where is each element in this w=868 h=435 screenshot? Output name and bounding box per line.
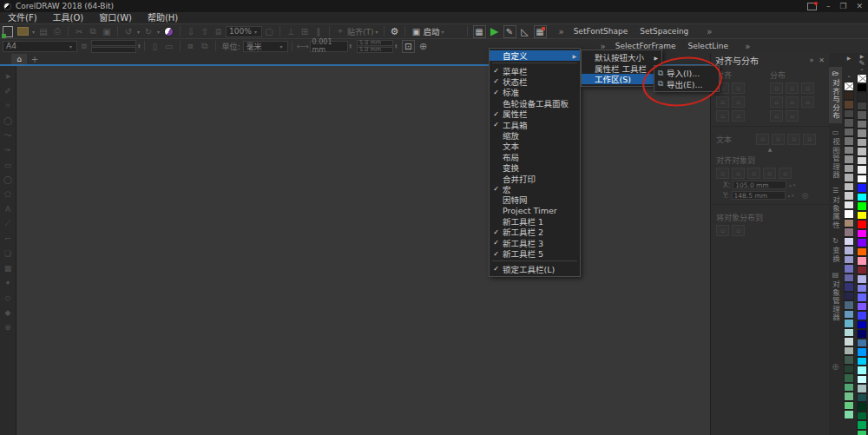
docker-tab-1[interactable]: ▭视图管理器	[829, 126, 842, 182]
specify-point-icon[interactable]: ◎	[802, 191, 809, 200]
menu-item-1[interactable]: 属性栏 工具栏▶	[582, 63, 661, 73]
no-color-swatch[interactable]	[844, 82, 854, 91]
distribute-center-v-icon[interactable]: ▫	[801, 96, 814, 108]
text-baseline-first-icon[interactable]: ▫	[756, 134, 769, 145]
menubar-item-2[interactable]: 窗口(W)	[91, 12, 140, 23]
distribute-bottom-icon[interactable]: ▫	[786, 110, 799, 122]
menu-item-18[interactable]: ✓新工具栏 5	[490, 248, 580, 259]
add-docker-icon[interactable]: ⊕	[832, 362, 838, 372]
distribute-center-h-icon[interactable]: ▫	[786, 82, 799, 94]
connector-tool-icon[interactable]: ⌐	[1, 231, 16, 246]
color-swatch-19[interactable]	[857, 256, 867, 266]
menu-item-7[interactable]: 缩放	[490, 130, 580, 141]
select-line-button[interactable]: SelectLine	[688, 42, 729, 50]
open-document-icon[interactable]	[17, 27, 29, 36]
align-right-icon[interactable]: ▫	[716, 96, 729, 108]
color-swatch-20[interactable]	[844, 274, 854, 283]
color-swatch-17[interactable]	[857, 238, 867, 247]
color-swatch-21[interactable]	[857, 274, 867, 284]
page-dimensions-fields[interactable]	[91, 40, 136, 53]
draw-frame-icon[interactable]: ⊡	[402, 40, 415, 53]
menubar-item-1[interactable]: 工具(O)	[45, 12, 92, 23]
add-toolbar-button-icon[interactable]: ⊕	[418, 41, 430, 52]
menu-item-1[interactable]: ✓菜单栏	[490, 65, 580, 76]
color-swatch-30[interactable]	[844, 365, 854, 374]
color-swatch-32[interactable]	[844, 383, 854, 392]
color-swatch-23[interactable]	[844, 300, 854, 310]
launch-frame-icon[interactable]: ▣	[410, 26, 422, 37]
color-swatch-12[interactable]	[844, 201, 854, 210]
palette-flyout-icon[interactable]: ▶	[856, 53, 868, 59]
menubar-item-0[interactable]: 文件(F)	[0, 12, 45, 23]
color-eyedropper-tool-icon[interactable]: ✦	[1, 275, 16, 290]
color-swatch-15[interactable]	[844, 227, 854, 237]
color-swatch-8[interactable]	[844, 164, 854, 174]
set-font-shape-button[interactable]: SetFontShape	[574, 27, 628, 36]
color-swatch-19[interactable]	[844, 264, 854, 274]
docker-tab-4[interactable]: ▤对象管理器	[829, 268, 842, 325]
crop-tool-icon[interactable]: ⌗	[1, 98, 16, 113]
shape-tool-icon[interactable]: ✐	[1, 83, 16, 98]
color-swatch-20[interactable]	[857, 266, 867, 275]
color-swatch-5[interactable]	[844, 136, 854, 146]
menu-item-9[interactable]: 布局	[490, 152, 580, 162]
nudge-field[interactable]: 0.001 mm	[310, 41, 348, 52]
menu-item-0[interactable]: 默认按钮大小▶	[582, 52, 661, 63]
new-tab-button[interactable]: +	[30, 54, 40, 64]
color-swatch-35[interactable]	[844, 410, 854, 419]
color-swatch-0[interactable]	[857, 83, 867, 93]
run-macro-icon[interactable]: ▶	[489, 26, 501, 37]
menu-item-0[interactable]: ⧉导入(I)...	[654, 68, 719, 78]
align-top-icon[interactable]: ▫	[732, 96, 745, 108]
docker-close-icon[interactable]: ✕	[819, 56, 825, 64]
menubar-item-3[interactable]: 帮助(H)	[140, 12, 186, 23]
palette-scroll-up-icon[interactable]: ⌃	[856, 68, 868, 74]
page-center-icon[interactable]: ▫	[747, 168, 760, 179]
color-swatch-16[interactable]	[857, 229, 867, 239]
distribute-spacing-v-icon[interactable]: ▫	[770, 110, 783, 122]
text-tool-icon[interactable]: A	[1, 201, 16, 216]
active-objects-icon[interactable]: ▫	[716, 168, 729, 179]
polygon-tool-icon[interactable]: ⬠	[1, 187, 16, 201]
color-swatch-18[interactable]	[844, 255, 854, 265]
palette-scroll-up-icon[interactable]: ⌃	[843, 73, 855, 82]
x-coordinate-field[interactable]: 105.0 mm	[733, 181, 786, 189]
color-swatch-6[interactable]	[844, 146, 854, 155]
menu-item-8[interactable]: 文本	[490, 141, 580, 151]
docker-collapse-icon[interactable]: »	[809, 56, 813, 64]
color-swatch-30[interactable]	[857, 357, 867, 366]
distribute-spacing-h-icon[interactable]: ▫	[801, 82, 814, 94]
menu-item-12[interactable]: ✓宏	[490, 184, 580, 194]
edit-macro-icon[interactable]: ✎	[503, 25, 516, 38]
color-swatch-3[interactable]	[844, 118, 854, 128]
y-coordinate-field[interactable]: 148.5 mm	[732, 191, 786, 200]
color-swatch-2[interactable]	[844, 109, 854, 119]
color-swatch-0[interactable]	[844, 91, 854, 101]
color-swatch-37[interactable]	[857, 420, 867, 430]
color-swatch-15[interactable]	[857, 220, 867, 229]
page-size-combo[interactable]: A4▾	[3, 41, 77, 52]
launcher-icon[interactable]	[164, 27, 174, 36]
whats-new-icon[interactable]	[807, 3, 817, 10]
color-swatch-27[interactable]	[857, 329, 867, 339]
set-spacing-button[interactable]: SetSpaceing	[640, 27, 688, 36]
table-icon[interactable]: ▦	[473, 25, 486, 38]
menu-item-3[interactable]: ✓标准	[490, 87, 580, 97]
artistic-media-tool-icon[interactable]: ✑	[1, 142, 16, 157]
color-swatch-27[interactable]	[844, 337, 854, 346]
menu-item-2[interactable]: ✓状态栏	[490, 76, 580, 87]
color-swatch-5[interactable]	[857, 129, 867, 138]
extent-of-selection-icon[interactable]: ▫	[716, 225, 729, 236]
menu-item-11[interactable]: 合并打印	[490, 173, 580, 183]
new-document-icon[interactable]	[3, 26, 13, 37]
color-swatch-33[interactable]	[844, 392, 854, 401]
text-bounding-box-icon[interactable]: ▫	[787, 134, 800, 145]
color-swatch-36[interactable]	[857, 412, 867, 421]
menu-item-16[interactable]: ✓新工具栏 2	[490, 227, 580, 237]
color-swatch-34[interactable]	[844, 401, 854, 411]
duplicate-distance-fields[interactable]: 5.0 mm 5.0 mm	[357, 40, 393, 53]
snap-label[interactable]: 贴齐(T)	[347, 26, 374, 37]
color-swatch-29[interactable]	[844, 355, 854, 365]
extent-of-page-icon[interactable]: ▫	[732, 225, 745, 236]
menu-item-17[interactable]: ✓新工具栏 3	[490, 238, 580, 248]
